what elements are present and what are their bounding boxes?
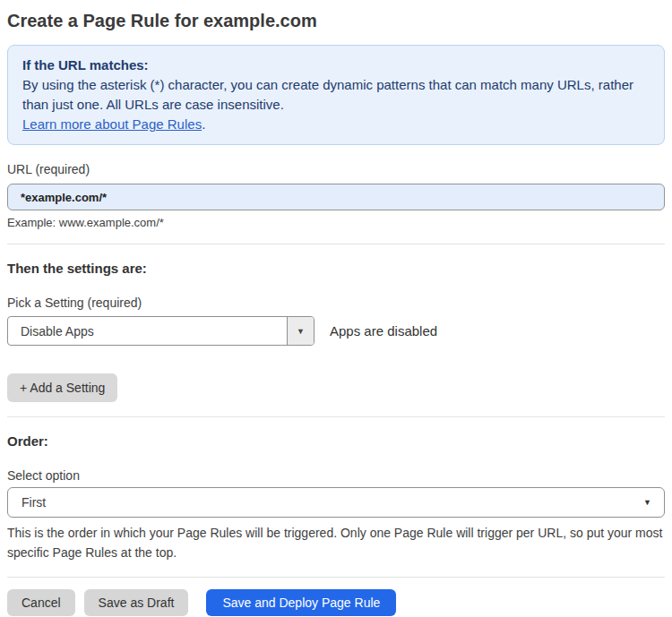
info-box-heading: If the URL matches: [22,56,650,75]
create-page-rule-panel: Create a Page Rule for example.com If th… [0,0,672,616]
info-box-body: By using the asterisk (*) character, you… [22,75,650,115]
learn-more-link[interactable]: Learn more about Page Rules [22,116,202,132]
setting-status-text: Apps are disabled [330,323,437,338]
url-example-text: Example: www.example.com/* [7,216,665,229]
chevron-down-icon: ▼ [643,498,664,507]
divider [7,416,665,417]
divider [7,577,665,578]
order-select[interactable]: First ▼ [7,487,665,518]
setting-dropdown[interactable]: Disable Apps ▼ [7,316,314,346]
order-select-label: Select option [7,468,665,483]
url-input[interactable] [7,184,665,210]
pick-setting-label: Pick a Setting (required) [7,296,665,310]
order-help-text: This is the order in which your Page Rul… [7,523,665,562]
chevron-down-icon[interactable]: ▼ [287,317,314,345]
footer-actions: Cancel Save as Draft Save and Deploy Pag… [7,589,665,616]
settings-section-heading: Then the settings are: [7,261,665,276]
url-match-info-box: If the URL matches: By using the asteris… [7,45,665,145]
url-field-label: URL (required) [7,162,665,176]
add-setting-button[interactable]: + Add a Setting [7,373,117,402]
link-suffix: . [202,116,205,132]
cancel-button[interactable]: Cancel [7,589,75,616]
setting-row: Disable Apps ▼ Apps are disabled [7,316,665,346]
save-as-draft-button[interactable]: Save as Draft [84,589,189,616]
page-title: Create a Page Rule for example.com [7,11,665,31]
save-and-deploy-button[interactable]: Save and Deploy Page Rule [206,589,396,616]
order-select-value: First [8,495,643,510]
divider [7,244,665,244]
setting-dropdown-value: Disable Apps [8,317,287,345]
order-section-heading: Order: [7,433,665,449]
info-box-link-line: Learn more about Page Rules. [22,115,650,134]
